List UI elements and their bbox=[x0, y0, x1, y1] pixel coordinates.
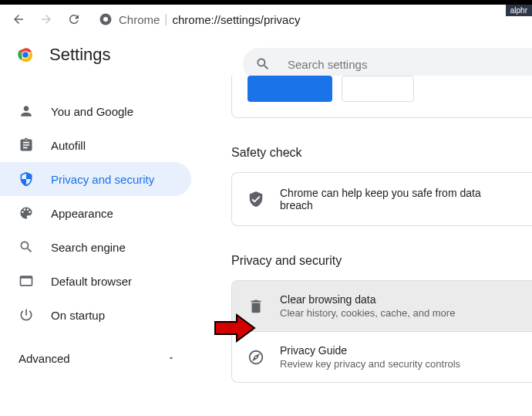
primary-button-partial[interactable] bbox=[247, 76, 332, 102]
sidebar-item-default-browser[interactable]: Default browser bbox=[0, 264, 191, 298]
forward-button[interactable] bbox=[34, 7, 59, 32]
top-card-partial bbox=[231, 76, 532, 118]
url-separator: | bbox=[164, 12, 167, 26]
reload-button[interactable] bbox=[62, 7, 86, 32]
annotation-arrow-icon bbox=[214, 313, 256, 343]
compass-icon bbox=[247, 349, 264, 366]
palette-icon bbox=[19, 205, 34, 221]
reload-icon bbox=[67, 12, 81, 26]
clear-data-title: Clear browsing data bbox=[280, 293, 517, 306]
privacy-section-title: Privacy and security bbox=[231, 254, 532, 268]
page-title: Settings bbox=[49, 45, 111, 65]
sidebar-item-label: Autofill bbox=[51, 139, 86, 152]
clear-data-desc: Clear history, cookies, cache, and more bbox=[280, 307, 517, 319]
sidebar-advanced-toggle[interactable]: Advanced bbox=[0, 341, 200, 375]
sidebar-item-label: Appearance bbox=[51, 207, 113, 220]
shield-icon bbox=[19, 171, 34, 187]
secondary-button-partial[interactable] bbox=[342, 76, 414, 102]
watermark-badge: alphr bbox=[506, 5, 532, 16]
search-input[interactable] bbox=[288, 58, 520, 71]
back-arrow-icon bbox=[12, 12, 25, 26]
url-scheme: Chrome bbox=[119, 13, 160, 26]
power-icon bbox=[19, 307, 34, 323]
advanced-label: Advanced bbox=[19, 352, 70, 365]
sidebar-item-appearance[interactable]: Appearance bbox=[0, 196, 191, 230]
safety-check-text: Chrome can help keep you safe from data … bbox=[280, 187, 517, 211]
sidebar-item-privacy[interactable]: Privacy and security bbox=[0, 162, 191, 196]
sidebar-item-label: On startup bbox=[51, 309, 105, 322]
verified-shield-icon bbox=[247, 191, 264, 208]
sidebar-item-label: Search engine bbox=[51, 241, 126, 254]
sidebar-item-label: Privacy and security bbox=[51, 173, 154, 186]
sidebar-item-on-startup[interactable]: On startup bbox=[0, 298, 191, 332]
browser-toolbar: Chrome | chrome://settings/privacy bbox=[0, 5, 532, 34]
chrome-logo-icon bbox=[15, 45, 35, 65]
settings-content: Safety check Chrome can help keep you sa… bbox=[200, 76, 532, 408]
chevron-down-icon bbox=[167, 353, 176, 363]
safety-check-card[interactable]: Chrome can help keep you safe from data … bbox=[231, 172, 532, 226]
settings-sidebar: You and Google Autofill Privacy and secu… bbox=[0, 76, 200, 408]
address-bar[interactable]: Chrome | chrome://settings/privacy bbox=[99, 8, 526, 31]
privacy-items-list: Clear browsing data Clear history, cooki… bbox=[231, 280, 532, 383]
sidebar-item-label: Default browser bbox=[51, 275, 132, 288]
search-icon bbox=[19, 239, 34, 255]
sidebar-item-you-and-google[interactable]: You and Google bbox=[0, 94, 191, 128]
back-button[interactable] bbox=[6, 7, 31, 32]
privacy-guide-title: Privacy Guide bbox=[280, 344, 517, 357]
svg-point-4 bbox=[22, 52, 29, 58]
person-icon bbox=[19, 103, 34, 119]
sidebar-item-autofill[interactable]: Autofill bbox=[0, 128, 191, 162]
chrome-info-icon bbox=[99, 12, 113, 26]
url-path: chrome://settings/privacy bbox=[173, 13, 301, 26]
search-icon bbox=[255, 56, 271, 72]
clear-browsing-data-item[interactable]: Clear browsing data Clear history, cooki… bbox=[232, 281, 532, 331]
browser-icon bbox=[19, 273, 34, 289]
privacy-guide-item[interactable]: Privacy Guide Review key privacy and sec… bbox=[232, 331, 532, 382]
safety-check-title: Safety check bbox=[231, 146, 532, 160]
clipboard-icon bbox=[19, 137, 34, 153]
sidebar-item-label: You and Google bbox=[51, 105, 133, 118]
forward-arrow-icon bbox=[39, 12, 53, 26]
svg-point-1 bbox=[103, 17, 108, 22]
privacy-guide-desc: Review key privacy and security controls bbox=[280, 358, 517, 370]
sidebar-item-search-engine[interactable]: Search engine bbox=[0, 230, 191, 264]
